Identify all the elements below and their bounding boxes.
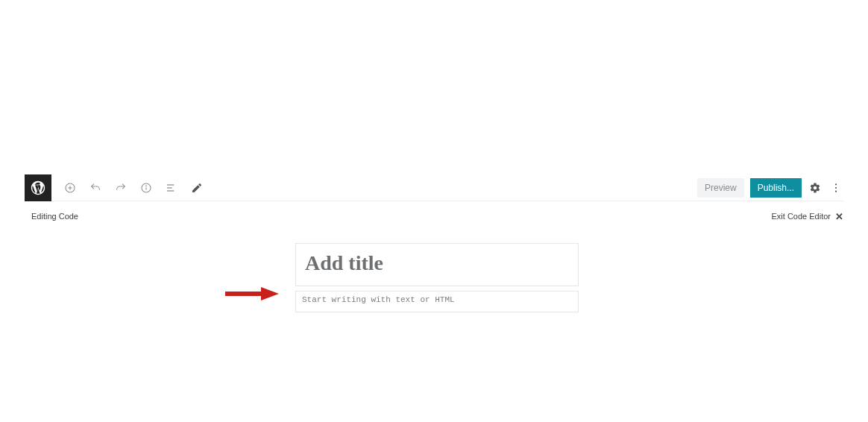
edit-icon[interactable]: [189, 180, 205, 196]
svg-rect-7: [167, 187, 172, 188]
post-title-input[interactable]: [305, 251, 569, 275]
more-vertical-icon[interactable]: [828, 180, 843, 195]
mode-status-bar: Editing Code Exit Code Editor ✕: [25, 210, 843, 223]
editor-toolbar: Preview Publish...: [25, 174, 843, 201]
preview-button[interactable]: Preview: [697, 178, 744, 198]
content-field-wrap: [295, 291, 579, 312]
settings-gear-icon[interactable]: [808, 180, 823, 195]
wordpress-logo-icon[interactable]: [25, 174, 51, 201]
toolbar-left-group: [62, 180, 205, 196]
svg-marker-13: [261, 287, 279, 300]
toolbar-right-group: Preview Publish...: [697, 178, 843, 198]
outline-icon[interactable]: [163, 180, 180, 196]
svg-rect-8: [167, 190, 174, 191]
code-editor-area: [295, 243, 579, 312]
svg-rect-12: [225, 292, 261, 296]
svg-point-9: [835, 183, 837, 185]
editing-mode-label: Editing Code: [31, 212, 78, 221]
add-block-icon[interactable]: [62, 180, 78, 196]
svg-point-11: [835, 190, 837, 192]
svg-rect-6: [167, 184, 174, 185]
close-icon: ✕: [835, 211, 843, 222]
info-icon[interactable]: [138, 180, 154, 196]
publish-button[interactable]: Publish...: [750, 178, 802, 198]
exit-code-editor-button[interactable]: Exit Code Editor ✕: [772, 211, 843, 222]
undo-icon[interactable]: [87, 180, 104, 196]
exit-code-editor-label: Exit Code Editor: [772, 212, 831, 221]
post-content-textarea[interactable]: [302, 295, 572, 305]
annotation-arrow-icon: [225, 287, 279, 300]
svg-point-10: [835, 186, 837, 188]
redo-icon[interactable]: [113, 180, 129, 196]
title-field-wrap: [295, 243, 579, 286]
svg-point-5: [146, 186, 147, 186]
